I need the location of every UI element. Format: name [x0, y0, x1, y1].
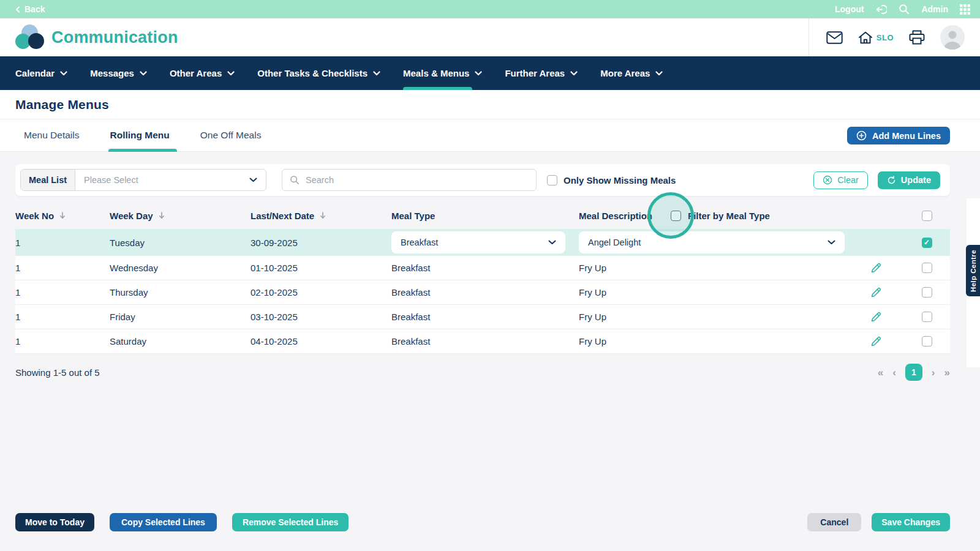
tab-one-off-meals[interactable]: One Off Meals [200, 119, 262, 152]
cell-week-no: 1 [15, 312, 110, 322]
results-summary: Showing 1-5 out of 5 [15, 367, 100, 378]
nav-item-messages[interactable]: Messages [90, 56, 147, 90]
cell-week-day: Thursday [110, 287, 251, 298]
edit-pencil-icon[interactable] [870, 261, 883, 274]
back-label: Back [24, 4, 45, 14]
prev-page-icon[interactable]: ‹ [892, 367, 896, 378]
select-all-checkbox[interactable] [922, 211, 932, 221]
meal-type-select[interactable]: Breakfast [391, 231, 565, 253]
clear-button[interactable]: Clear [813, 171, 868, 189]
current-page-button[interactable]: 1 [905, 364, 922, 381]
only-show-missing-meals-toggle[interactable]: Only Show Missing Meals [547, 175, 676, 186]
cell-meal-type: Breakfast [391, 312, 579, 322]
search-input[interactable] [306, 175, 529, 185]
print-icon[interactable] [909, 30, 925, 45]
table-row: 1 Friday 03-10-2025 Breakfast Fry Up [15, 305, 950, 329]
chevron-down-icon [655, 71, 663, 76]
cell-week-no: 1 [15, 336, 110, 347]
header-icon-group: SLO [809, 18, 965, 56]
move-to-today-button[interactable]: Move to Today [15, 513, 94, 531]
active-tab-indicator [108, 149, 176, 152]
chevron-down-icon [827, 240, 835, 245]
meal-list-label: Meal List [21, 170, 75, 190]
footer-action-bar: Move to Today Copy Selected Lines Remove… [15, 513, 950, 531]
edit-pencil-icon[interactable] [870, 286, 883, 299]
first-page-icon[interactable]: « [878, 367, 883, 378]
cell-meal-description: Fry Up [579, 312, 848, 322]
column-header-last-next-date[interactable]: Last/Next Date [251, 211, 391, 221]
add-menu-lines-button[interactable]: Add Menu Lines [847, 127, 950, 144]
nav-item-other-areas[interactable]: Other Areas [170, 56, 235, 90]
home-group[interactable]: SLO [858, 31, 894, 44]
chevron-down-icon [140, 71, 147, 76]
filter-bar: Meal List Please Select Only Show Missin… [15, 164, 950, 196]
filter-by-meal-type-checkbox[interactable] [671, 211, 681, 221]
nav-item-more-areas[interactable]: More Areas [600, 56, 663, 90]
sort-desc-icon [159, 212, 165, 219]
app-header: Communication SLO [0, 18, 980, 56]
rolling-menu-table: Week No Week Day Last/Next Date Meal Typ… [15, 202, 950, 354]
cell-week-no: 1 [15, 287, 110, 298]
meal-list-select[interactable]: Meal List Please Select [20, 169, 266, 191]
filter-by-meal-type-label: Filter by Meal Type [688, 211, 770, 221]
cell-week-day: Tuesday [110, 238, 251, 248]
last-page-icon[interactable]: » [944, 367, 950, 378]
edit-pencil-icon[interactable] [870, 310, 883, 323]
apps-grid-icon[interactable] [960, 4, 970, 15]
nav-item-further-areas[interactable]: Further Areas [505, 56, 578, 90]
row-checkbox[interactable] [922, 263, 932, 273]
app-logo-icon [15, 24, 43, 50]
nav-item-other-tasks-checklists[interactable]: Other Tasks & Checklists [257, 56, 380, 90]
top-utility-bar: Back Logout Admin [0, 0, 980, 18]
check-icon: ✓ [924, 239, 930, 246]
logout-link[interactable]: Logout [835, 4, 864, 14]
row-checkbox[interactable] [922, 336, 932, 347]
tab-rolling-menu[interactable]: Rolling Menu [110, 119, 169, 152]
meal-description-select[interactable]: Angel Delight [579, 231, 845, 253]
row-checkbox[interactable] [922, 312, 932, 322]
cell-week-day: Wednesday [110, 263, 251, 273]
update-button[interactable]: Update [878, 171, 940, 189]
chevron-down-icon [60, 71, 67, 76]
sort-desc-icon [320, 212, 326, 219]
column-header-week-no[interactable]: Week No [15, 211, 110, 221]
back-button[interactable]: Back [15, 4, 45, 14]
column-header-week-day[interactable]: Week Day [110, 211, 251, 221]
nav-item-meals-menus[interactable]: Meals & Menus [403, 56, 482, 90]
sort-desc-icon [59, 212, 66, 219]
search-icon [290, 175, 300, 185]
main-nav: Calendar Messages Other Areas Other Task… [0, 56, 980, 90]
tabs-band: Menu Details Rolling Menu One Off Meals … [0, 119, 980, 152]
help-centre-tab[interactable]: Help Centre [966, 245, 980, 296]
table-row: 1 Saturday 04-10-2025 Breakfast Fry Up [15, 329, 950, 354]
search-icon[interactable] [899, 4, 910, 15]
filter-by-meal-type-toggle[interactable]: Filter by Meal Type [671, 211, 770, 221]
next-page-icon[interactable]: › [932, 367, 935, 378]
only-show-missing-meals-checkbox[interactable] [547, 175, 557, 186]
save-changes-button[interactable]: Save Changes [872, 513, 950, 531]
chevron-down-icon [475, 71, 482, 76]
admin-link[interactable]: Admin [921, 4, 948, 14]
table-row: 1 Thursday 02-10-2025 Breakfast Fry Up [15, 280, 950, 305]
row-checkbox-checked[interactable]: ✓ [922, 238, 932, 248]
nav-item-calendar[interactable]: Calendar [15, 56, 67, 90]
cancel-button[interactable]: Cancel [807, 513, 861, 531]
column-header-meal-type: Meal Type [391, 211, 579, 221]
remove-selected-lines-button[interactable]: Remove Selected Lines [232, 513, 349, 531]
page-title-band: Manage Menus [0, 90, 980, 119]
refresh-icon [887, 176, 896, 185]
user-avatar[interactable] [940, 25, 965, 50]
cell-last-next-date: 02-10-2025 [251, 287, 391, 298]
help-centre-label: Help Centre [970, 250, 977, 292]
logout-icon[interactable] [875, 4, 887, 15]
app-title: Communication [51, 28, 178, 47]
chevron-left-icon [15, 6, 20, 13]
pagination: « ‹ 1 › » [878, 364, 950, 381]
cell-week-no: 1 [15, 238, 110, 248]
edit-pencil-icon[interactable] [870, 335, 883, 348]
copy-selected-lines-button[interactable]: Copy Selected Lines [110, 513, 217, 531]
cell-week-day: Friday [110, 312, 251, 322]
row-checkbox[interactable] [922, 287, 932, 298]
mail-icon[interactable] [826, 31, 843, 44]
tab-menu-details[interactable]: Menu Details [24, 119, 79, 152]
